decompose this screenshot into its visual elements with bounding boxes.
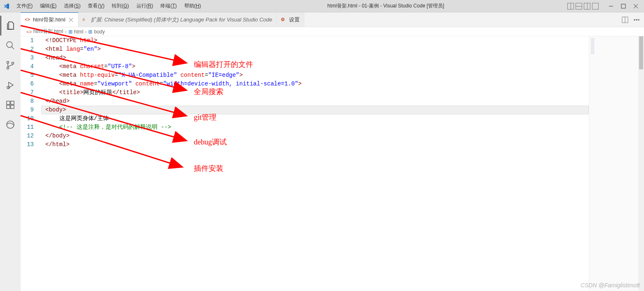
line-number: 3: [21, 54, 34, 62]
svg-rect-1: [621, 4, 625, 8]
line-number: 1: [21, 36, 34, 45]
code-line[interactable]: <title>网页的标题</title>: [41, 88, 589, 97]
code-line[interactable]: <meta name="viewport" content="width=dev…: [41, 80, 589, 88]
editor-area: <>html骨架.html≡扩展: Chinese (Simplified) (…: [21, 12, 644, 291]
svg-point-7: [7, 67, 9, 69]
minimize-icon[interactable]: [609, 4, 613, 9]
scrollbar-thumb[interactable]: [639, 36, 643, 69]
vertical-scrollbar[interactable]: [638, 36, 644, 291]
menu-item[interactable]: 选择(S): [61, 1, 84, 11]
breadcrumb-item[interactable]: ⊞body: [88, 29, 105, 35]
chevron-right-icon: ›: [85, 29, 87, 35]
extensions-icon: [5, 100, 15, 110]
svg-rect-12: [7, 105, 10, 109]
svg-point-6: [7, 62, 9, 64]
code-line[interactable]: </body>: [41, 132, 589, 140]
svg-point-4: [7, 42, 12, 47]
annotation-label: 编辑器打开的文件: [194, 59, 253, 69]
line-number: 2: [21, 45, 34, 54]
files-icon: [6, 21, 16, 31]
code-line[interactable]: <!-- 这是注释，是对代码的解释说明 -->: [41, 123, 589, 132]
layout-right-icon[interactable]: [584, 3, 590, 9]
line-number: 4: [21, 62, 34, 71]
activity-search[interactable]: [0, 35, 20, 55]
svg-point-19: [634, 19, 635, 20]
window-controls: [609, 4, 641, 9]
minimap[interactable]: ▬▬▬▬▬▬▬▬▬▬▬▬▬▬▬▬▬▬▬▬▬▬▬▬▬▬▬▬▬▬▬▬▬▬▬▬▬▬▬▬…: [589, 36, 638, 291]
code-line[interactable]: <meta charset="UTF-8">: [41, 62, 589, 71]
menu-item[interactable]: 查看(V): [85, 1, 108, 11]
line-number: 6: [21, 80, 34, 88]
code-line[interactable]: </html>: [41, 140, 589, 149]
svg-point-8: [12, 62, 14, 64]
svg-point-20: [636, 19, 637, 20]
annotation-label: 插件安装: [194, 163, 223, 173]
layout-custom-icon[interactable]: [592, 3, 599, 9]
editor-tab[interactable]: <>html骨架.html: [21, 12, 78, 27]
menu-item[interactable]: 运行(R): [133, 1, 157, 11]
symbol-icon: ⊞: [88, 29, 92, 35]
code-line[interactable]: <head>: [41, 54, 589, 62]
menu-bar: 文件(F)编辑(E)选择(S)查看(V)转到(G)运行(R)终端(T)帮助(H): [13, 1, 204, 11]
title-bar: 文件(F)编辑(E)选择(S)查看(V)转到(G)运行(R)终端(T)帮助(H)…: [0, 0, 644, 12]
maximize-icon[interactable]: [621, 4, 626, 9]
split-editor-icon[interactable]: [622, 17, 628, 23]
menu-item[interactable]: 帮助(H): [181, 1, 204, 11]
activity-debug[interactable]: [0, 75, 20, 95]
code-line[interactable]: <!DOCTYPE html>: [41, 36, 589, 45]
line-number: 13: [21, 140, 34, 149]
line-number: 5: [21, 71, 34, 80]
line-number: 7: [21, 88, 34, 97]
breadcrumb-item[interactable]: <>html骨架.html: [26, 28, 63, 35]
file-icon: <>: [25, 17, 31, 23]
line-number: 10: [21, 114, 34, 123]
activity-edge[interactable]: [0, 115, 20, 135]
line-numbers: 12345678910111213: [21, 36, 41, 291]
editor-tabs: <>html骨架.html≡扩展: Chinese (Simplified) (…: [21, 12, 644, 27]
breadcrumb-item[interactable]: ⊞html: [68, 29, 84, 35]
code-line[interactable]: <body>: [41, 106, 589, 114]
tab-label: 设置: [289, 16, 300, 24]
menu-item[interactable]: 编辑(E): [37, 1, 60, 11]
editor-tab[interactable]: ≡扩展: Chinese (Simplified) (简体中文) Languag…: [78, 12, 277, 27]
annotation-label: 全局搜索: [194, 87, 223, 97]
watermark: CSDN @Famiglistimott: [581, 282, 640, 289]
git-branch-icon: [5, 60, 15, 70]
svg-line-5: [12, 47, 14, 49]
annotation-label: debug调试: [194, 137, 227, 147]
edge-icon: [5, 120, 15, 130]
layout-left-icon[interactable]: [567, 3, 574, 9]
code-line[interactable]: <meta http-equiv="X-UA-Compatible" conte…: [41, 71, 589, 80]
debug-icon: [5, 80, 15, 90]
code-line[interactable]: 这是网页身体/主体: [41, 114, 589, 123]
symbol-icon: ⊞: [68, 29, 73, 35]
activity-source-control[interactable]: [0, 55, 20, 75]
more-actions-icon[interactable]: [633, 17, 640, 23]
code-line[interactable]: <html lang="en">: [41, 45, 589, 54]
breadcrumbs[interactable]: <>html骨架.html›⊞html›⊞body: [21, 27, 644, 36]
tab-label: html骨架.html: [33, 16, 66, 24]
breadcrumb-label: html: [74, 29, 84, 35]
tab-actions: [618, 12, 644, 27]
menu-item[interactable]: 转到(G): [108, 1, 132, 11]
editor-tab[interactable]: ⚙设置: [277, 12, 304, 27]
file-icon: <>: [26, 29, 32, 34]
code-editor[interactable]: 12345678910111213 <!DOCTYPE html><html l…: [21, 36, 644, 291]
activity-explorer[interactable]: [0, 16, 20, 35]
menu-item[interactable]: 终端(T): [157, 1, 180, 11]
layout-controls: [567, 3, 599, 9]
layout-bottom-icon[interactable]: [576, 3, 582, 9]
close-tab-icon[interactable]: [68, 17, 74, 23]
breadcrumb-label: html骨架.html: [33, 28, 63, 35]
search-icon: [5, 40, 15, 50]
svg-rect-10: [7, 101, 10, 104]
menu-item[interactable]: 文件(F): [13, 1, 36, 11]
line-number: 9: [21, 106, 34, 114]
activity-extensions[interactable]: [0, 95, 20, 115]
close-icon[interactable]: [633, 4, 638, 9]
file-icon: ≡: [82, 17, 88, 23]
code-line[interactable]: </head>: [41, 97, 589, 106]
file-icon: ⚙: [281, 17, 287, 23]
window-title: html骨架.html - 01-案例 - Visual Studio Code…: [204, 2, 567, 9]
code-lines[interactable]: <!DOCTYPE html><html lang="en"><head> <m…: [41, 36, 589, 291]
